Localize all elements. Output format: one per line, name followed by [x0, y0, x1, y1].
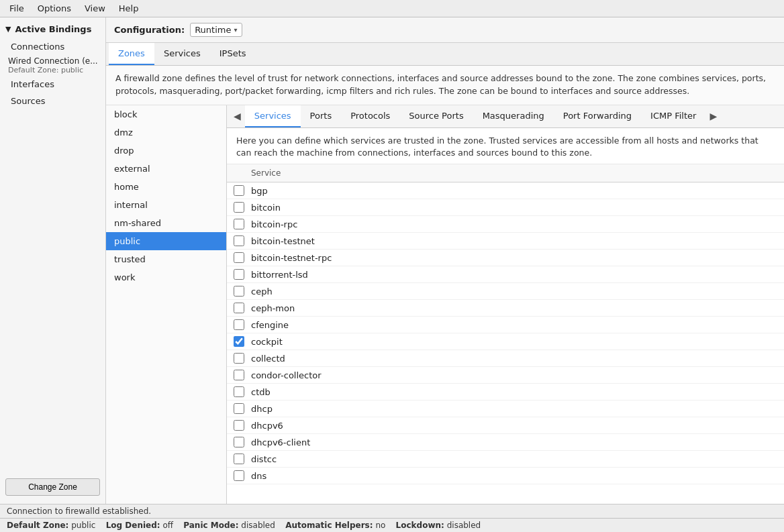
tab-ipsets[interactable]: IPSets [210, 43, 256, 65]
service-label-ceph-mon: ceph-mon [251, 303, 295, 313]
footer: Default Zone: public Log Denied: off Pan… [0, 518, 784, 532]
service-label-bittorrent-lsd: bittorrent-lsd [251, 270, 308, 280]
tab-scroll-right-icon[interactable]: ▶ [705, 108, 721, 124]
menu-file[interactable]: File [3, 2, 31, 15]
zone-item-internal[interactable]: internal [106, 196, 226, 214]
services-panel: blockdmzdropexternalhomeinternalnm-share… [106, 105, 784, 504]
service-row-dhcpv6: dhcpv6 [227, 417, 784, 434]
interfaces-label: Interfaces [11, 79, 54, 89]
change-zone-button[interactable]: Change Zone [5, 478, 100, 496]
service-checkbox-bitcoin-testnet[interactable] [234, 235, 244, 246]
tab-zone-source-ports[interactable]: Source Ports [399, 105, 473, 127]
menu-view[interactable]: View [78, 2, 112, 15]
zone-description: A firewalld zone defines the level of tr… [106, 66, 784, 105]
service-checkbox-ceph[interactable] [234, 286, 244, 297]
zone-item-block[interactable]: block [106, 105, 226, 123]
service-label-bitcoin: bitcoin [251, 203, 281, 213]
service-row-dns: dns [227, 468, 784, 484]
tab-scroll-left-icon[interactable]: ◀ [230, 108, 245, 124]
service-checkbox-ceph-mon[interactable] [234, 303, 244, 313]
service-checkbox-dhcpv6[interactable] [234, 420, 244, 431]
footer-log-denied-value: off [162, 521, 173, 530]
menu-help[interactable]: Help [112, 2, 146, 15]
status-bar: Connection to firewalld established. [0, 504, 784, 518]
menu-options[interactable]: Options [31, 2, 78, 15]
service-label-bitcoin-testnet-rpc: bitcoin-testnet-rpc [251, 253, 332, 263]
zone-item-dmz[interactable]: dmz [106, 123, 226, 142]
zone-item-trusted[interactable]: trusted [106, 250, 226, 268]
sidebar-connection-wired[interactable]: Wired Connection (e... Default Zone: pub… [0, 55, 105, 76]
service-checkbox-ctdb[interactable] [234, 386, 244, 397]
service-checkbox-dns[interactable] [234, 470, 244, 481]
footer-default-zone-label: Default Zone: [7, 521, 68, 530]
connection-sub: Default Zone: public [8, 66, 100, 74]
sidebar-item-interfaces[interactable]: Interfaces [0, 76, 105, 93]
tab-zone-services[interactable]: Services [245, 105, 301, 127]
service-label-dhcpv6-client: dhcpv6-client [251, 437, 310, 447]
service-checkbox-dhcp[interactable] [234, 403, 244, 414]
active-bindings-header[interactable]: ▼ Active Bindings [0, 20, 105, 38]
service-row-ctdb: ctdb [227, 384, 784, 401]
sidebar-item-sources[interactable]: Sources [0, 93, 105, 109]
service-label-ceph: ceph [251, 286, 273, 297]
service-label-collectd: collectd [251, 354, 285, 364]
service-checkbox-bitcoin[interactable] [234, 202, 244, 213]
service-label-cockpit: cockpit [251, 337, 283, 347]
service-label-dns: dns [251, 471, 266, 481]
sources-label: Sources [11, 96, 45, 106]
service-label-cfengine: cfengine [251, 320, 289, 330]
zone-item-work[interactable]: work [106, 268, 226, 286]
service-label-distcc: distcc [251, 454, 277, 464]
tab-zones[interactable]: Zones [109, 43, 154, 65]
sidebar-item-connections[interactable]: Connections [0, 38, 105, 55]
config-bar: Configuration: Runtime ▾ [106, 17, 784, 43]
service-row-bitcoin-testnet: bitcoin-testnet [227, 233, 784, 250]
service-label-ctdb: ctdb [251, 387, 271, 397]
service-checkbox-collectd[interactable] [234, 353, 244, 364]
service-row-bitcoin: bitcoin [227, 199, 784, 216]
service-checkbox-cockpit[interactable] [234, 336, 244, 347]
service-checkbox-distcc[interactable] [234, 454, 244, 464]
service-checkbox-bittorrent-lsd[interactable] [234, 269, 244, 280]
tab-zone-ports[interactable]: Ports [301, 105, 342, 127]
service-label-bitcoin-testnet: bitcoin-testnet [251, 236, 315, 246]
zone-item-home[interactable]: home [106, 178, 226, 196]
service-label-dhcpv6: dhcpv6 [251, 421, 283, 431]
connections-label: Connections [11, 42, 64, 52]
service-checkbox-cfengine[interactable] [234, 319, 244, 330]
chevron-down-icon: ▼ [5, 25, 11, 34]
tab-zone-port-forwarding[interactable]: Port Forwarding [554, 105, 641, 127]
tab-zone-icmp-filter[interactable]: ICMP Filter [641, 105, 705, 127]
tab-zone-protocols[interactable]: Protocols [341, 105, 399, 127]
tab-zone-masquerading[interactable]: Masquerading [473, 105, 554, 127]
service-checkbox-bitcoin-testnet-rpc[interactable] [234, 252, 244, 263]
connection-status: Connection to firewalld established. [7, 507, 151, 516]
footer-panic-mode-label: Panic Mode: [183, 521, 238, 530]
service-row-bittorrent-lsd: bittorrent-lsd [227, 266, 784, 283]
service-label-bitcoin-rpc: bitcoin-rpc [251, 219, 297, 229]
zone-item-nm-shared[interactable]: nm-shared [106, 214, 226, 232]
menubar: File Options View Help [0, 0, 784, 17]
service-list-container[interactable]: Service bgpbitcoinbitcoin-rpcbitcoin-tes… [227, 164, 784, 504]
service-row-bitcoin-rpc: bitcoin-rpc [227, 216, 784, 233]
connection-name: Wired Connection (e... [8, 56, 100, 66]
footer-auto-helpers-value: no [375, 521, 385, 530]
zone-item-drop[interactable]: drop [106, 142, 226, 160]
zone-item-external[interactable]: external [106, 160, 226, 178]
service-label-dhcp: dhcp [251, 404, 273, 414]
top-tab-bar: Zones Services IPSets [106, 43, 784, 66]
sidebar: ▼ Active Bindings Connections Wired Conn… [0, 17, 106, 504]
zone-item-public[interactable]: public [106, 232, 226, 250]
footer-lockdown-label: Lockdown: [396, 521, 444, 530]
service-checkbox-bgp[interactable] [234, 185, 244, 196]
service-row-distcc: distcc [227, 451, 784, 468]
sidebar-bottom: Change Zone [0, 473, 105, 501]
main-content: Configuration: Runtime ▾ Zones Services … [106, 17, 784, 504]
service-checkbox-dhcpv6-client[interactable] [234, 437, 244, 447]
zone-list: blockdmzdropexternalhomeinternalnm-share… [106, 105, 227, 504]
service-column-header: Service [227, 164, 784, 182]
config-dropdown[interactable]: Runtime ▾ [190, 23, 242, 37]
service-checkbox-bitcoin-rpc[interactable] [234, 219, 244, 229]
service-checkbox-condor-collector[interactable] [234, 370, 244, 380]
tab-services-top[interactable]: Services [154, 43, 210, 65]
